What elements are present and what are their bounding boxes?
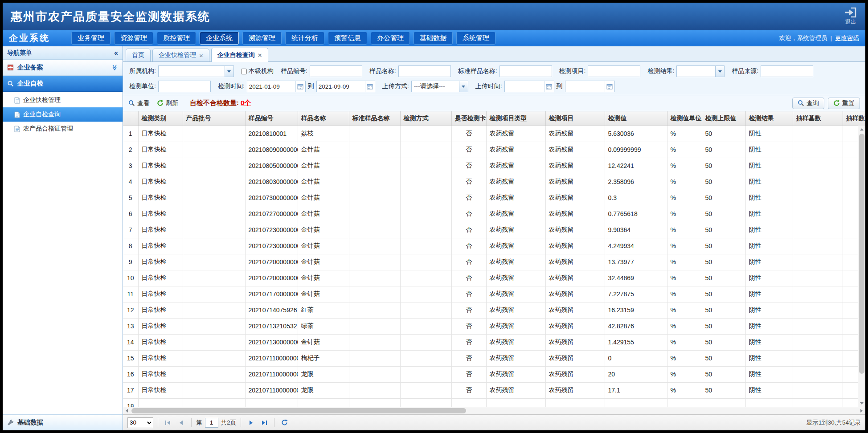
- table-row[interactable]: 3 日常快检 2021080500000002 金针菇 否 农药残留 农药残留: [123, 158, 865, 174]
- nav-item-quality-control[interactable]: 质控管理: [157, 32, 196, 45]
- column-header[interactable]: 检测上限值: [702, 111, 745, 126]
- first-page-icon[interactable]: [163, 417, 173, 428]
- tab-quick-check-mgmt[interactable]: 企业快检管理 ×: [152, 49, 209, 61]
- prev-page-icon[interactable]: [176, 417, 187, 428]
- tab-home[interactable]: 首页: [126, 49, 151, 61]
- vertical-scrollbar-track[interactable]: [858, 133, 865, 400]
- table-row[interactable]: 13 日常快检 20210713210532 绿茶 否 农药残留 农药残留: [123, 318, 865, 334]
- logout-button[interactable]: 退出: [844, 7, 857, 26]
- sidebar-collapse-icon[interactable]: «: [114, 49, 118, 57]
- dropdown-arrow-icon[interactable]: [715, 66, 724, 77]
- search-button[interactable]: 查询: [792, 98, 824, 109]
- table-row[interactable]: 17 日常快检 2021071100000002 龙眼 否 农药残留 农药残留: [123, 382, 865, 398]
- reset-button[interactable]: 重置: [828, 98, 860, 109]
- horizontal-scrollbar-track[interactable]: [131, 407, 858, 414]
- vertical-scrollbar[interactable]: [858, 126, 865, 407]
- column-header[interactable]: 样品编号: [245, 111, 298, 126]
- sample-code-input[interactable]: [310, 65, 362, 77]
- column-header[interactable]: 检测方式: [400, 111, 451, 126]
- upload-mode-select[interactable]: ---请选择---: [411, 81, 468, 92]
- column-header[interactable]: [123, 111, 138, 126]
- refresh-button[interactable]: 刷新: [157, 99, 178, 107]
- nav-item-system-admin[interactable]: 系统管理: [456, 32, 495, 45]
- dropdown-arrow-icon[interactable]: [225, 66, 233, 77]
- nav-item-office[interactable]: 办公管理: [371, 32, 410, 45]
- nav-item-enterprise-system[interactable]: 企业系统: [200, 32, 239, 45]
- table-row[interactable]: 5 日常快检 2021073000000004 金针菇 否 农药残留 农药残留: [123, 190, 865, 206]
- column-header[interactable]: 检测类别: [138, 111, 183, 126]
- upload-time-from-input[interactable]: [505, 81, 544, 92]
- table-row[interactable]: 8 日常快检 2021072300000001 金针菇 否 农药残留 农药残留: [123, 238, 865, 254]
- column-header[interactable]: 检测值单位: [667, 111, 702, 126]
- close-icon[interactable]: ×: [258, 52, 262, 58]
- change-password-link[interactable]: 更改密码: [835, 34, 859, 42]
- column-header[interactable]: 是否检测卡: [451, 111, 486, 126]
- table-row[interactable]: 14 日常快检 2021071300000005 金针菇 否 农药残留 农药残留: [123, 334, 865, 350]
- sidebar-group-enterprise-record[interactable]: 企业备案 ≫: [3, 60, 123, 76]
- test-time-to[interactable]: [316, 81, 375, 92]
- tab-selfcheck-query[interactable]: 企业自检查询 ×: [211, 48, 268, 62]
- column-header[interactable]: 检测项目: [545, 111, 605, 126]
- calendar-icon[interactable]: [365, 81, 375, 92]
- table-row[interactable]: 12 日常快检 20210714075926 红茶 否 农药残留 农药残留: [123, 302, 865, 318]
- sidebar-item-selfcheck-query[interactable]: 企业自检查询: [3, 107, 123, 122]
- test-item-input[interactable]: [588, 65, 640, 77]
- source-input[interactable]: [761, 65, 813, 77]
- column-header[interactable]: 检测结果: [745, 111, 793, 126]
- nav-item-base-data[interactable]: 基础数据: [414, 32, 453, 45]
- scroll-right-icon[interactable]: [858, 407, 865, 414]
- chevron-double-icon[interactable]: ≫: [112, 65, 119, 71]
- horizontal-scrollbar-thumb[interactable]: [131, 408, 466, 413]
- fail-count-value[interactable]: 0个: [241, 99, 251, 107]
- column-header[interactable]: 抽样基数: [793, 111, 843, 126]
- table-row[interactable]: 7 日常快检 2021072300000002 金针菇 否 农药残留 农药残留: [123, 222, 865, 238]
- nav-item-warning-info[interactable]: 预警信息: [328, 32, 367, 45]
- column-header[interactable]: 产品批号: [183, 111, 245, 126]
- table-row[interactable]: 18: [123, 398, 865, 407]
- nav-item-business[interactable]: 业务管理: [71, 32, 111, 45]
- nav-item-traceability[interactable]: 溯源管理: [242, 32, 282, 45]
- sidebar-group-enterprise-selfcheck[interactable]: 企业自检: [3, 76, 123, 92]
- sidebar-item-certificate-mgmt[interactable]: 农产品合格证管理: [3, 122, 123, 136]
- test-time-from[interactable]: [247, 81, 306, 92]
- result-select[interactable]: [676, 65, 725, 77]
- scroll-left-icon[interactable]: [123, 407, 131, 414]
- upload-time-to[interactable]: [565, 81, 615, 92]
- own-org-checkbox[interactable]: [241, 69, 247, 74]
- table-row[interactable]: 6 日常快检 2021072700000003 金针菇 否 农药残留 农药残留: [123, 206, 865, 222]
- table-row[interactable]: 15 日常快检 2021071100000001 枸杞子 否 农药残留 农药残留: [123, 350, 865, 366]
- scroll-up-icon[interactable]: [858, 126, 865, 133]
- table-row[interactable]: 10 日常快检 2021072000000007 金针菇 否 农药残留 农药残留: [123, 270, 865, 286]
- std-sample-input[interactable]: [500, 65, 552, 77]
- org-select[interactable]: [158, 65, 234, 77]
- sample-name-input[interactable]: [398, 65, 451, 77]
- table-row[interactable]: 11 日常快检 2021071700000006 金针菇 否 农药残留 农药残留: [123, 286, 865, 302]
- column-header[interactable]: 标准样品名称: [349, 111, 400, 126]
- sidebar-item-quick-check-mgmt[interactable]: 企业快检管理: [3, 93, 123, 107]
- scroll-down-icon[interactable]: [858, 400, 865, 407]
- horizontal-scrollbar[interactable]: [123, 407, 865, 414]
- next-page-icon[interactable]: [246, 417, 256, 428]
- table-row[interactable]: 1 日常快检 20210810001 荔枝 否 农药残留 农药残留 5.6: [123, 126, 865, 142]
- calendar-icon[interactable]: [605, 81, 614, 92]
- column-header[interactable]: 样品名称: [298, 111, 349, 126]
- table-row[interactable]: 2 日常快检 2021080900000001 金针菇 否 农药残留 农药残留: [123, 142, 865, 158]
- test-time-to-input[interactable]: [317, 81, 365, 92]
- page-size-select[interactable]: 30: [127, 417, 153, 428]
- table-row[interactable]: 16 日常快检 2021071100000001 龙眼 否 农药残留 农药残留: [123, 366, 865, 382]
- page-number-input[interactable]: [205, 418, 218, 428]
- vertical-scrollbar-thumb[interactable]: [859, 134, 864, 374]
- calendar-icon[interactable]: [544, 81, 554, 92]
- close-icon[interactable]: ×: [199, 52, 203, 59]
- column-header[interactable]: 抽样数: [843, 111, 865, 126]
- dropdown-arrow-icon[interactable]: [459, 81, 468, 92]
- calendar-icon[interactable]: [295, 81, 305, 92]
- nav-item-resource[interactable]: 资源管理: [114, 32, 153, 45]
- test-time-from-input[interactable]: [247, 81, 295, 92]
- last-page-icon[interactable]: [259, 417, 270, 428]
- upload-time-to-input[interactable]: [565, 81, 605, 92]
- column-header[interactable]: 检测值: [605, 111, 667, 126]
- reload-icon[interactable]: [279, 417, 290, 428]
- table-row[interactable]: 9 日常快检 2021072000000008 金针菇 否 农药残留 农药残留: [123, 254, 865, 270]
- table-row[interactable]: 4 日常快检 2021080300000001 金针菇 否 农药残留 农药残留: [123, 174, 865, 190]
